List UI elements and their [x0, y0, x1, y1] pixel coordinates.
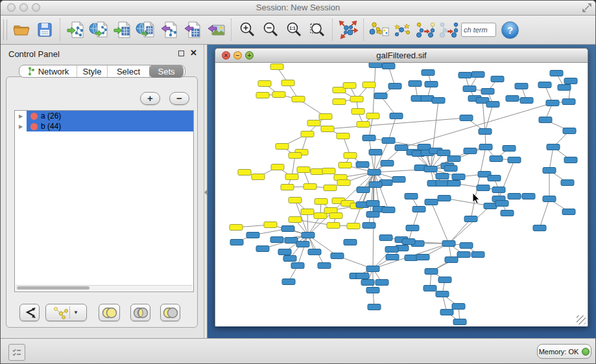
graph-node[interactable]: [347, 223, 360, 229]
graph-node[interactable]: [406, 225, 419, 231]
export-image-button[interactable]: [204, 18, 228, 41]
scrollbar-thumb[interactable]: [17, 286, 89, 290]
graph-node[interactable]: [477, 185, 490, 191]
dropdown-arrow-icon[interactable]: ▼: [71, 310, 81, 315]
tab-sets[interactable]: Sets: [149, 65, 184, 78]
graph-node[interactable]: [438, 196, 451, 201]
graph-node[interactable]: [418, 144, 431, 150]
zoom-selected-button[interactable]: [305, 18, 329, 41]
graph-node[interactable]: [479, 144, 492, 150]
split-set-button[interactable]: [19, 304, 40, 321]
task-history-button[interactable]: [8, 344, 25, 361]
graph-node[interactable]: [457, 252, 470, 258]
graph-node[interactable]: [281, 185, 294, 190]
graph-edge[interactable]: [444, 198, 490, 206]
graph-node[interactable]: [520, 98, 533, 104]
graph-node[interactable]: [459, 73, 471, 78]
graph-node[interactable]: [344, 240, 357, 245]
network-graph[interactable]: [215, 63, 588, 326]
graph-node[interactable]: [230, 225, 243, 231]
import-table-file-button[interactable]: [111, 18, 134, 41]
graph-node[interactable]: [432, 98, 445, 104]
graph-node[interactable]: [484, 203, 497, 209]
new-network-from-selection-button[interactable]: [414, 18, 438, 41]
graph-node[interactable]: [291, 263, 304, 269]
graph-node[interactable]: [356, 162, 369, 168]
graph-node[interactable]: [258, 81, 271, 87]
graph-edge[interactable]: [328, 118, 466, 129]
graph-node[interactable]: [503, 146, 516, 152]
graph-node[interactable]: [506, 96, 519, 102]
graph-node[interactable]: [395, 145, 408, 151]
select-from-file-button[interactable]: [368, 18, 391, 41]
tab-style[interactable]: Style: [77, 65, 108, 77]
graph-node[interactable]: [238, 170, 251, 176]
graph-node[interactable]: [436, 291, 449, 297]
graph-node[interactable]: [356, 273, 369, 279]
graph-node[interactable]: [308, 249, 321, 255]
zoom-in-button[interactable]: [235, 18, 259, 41]
graph-node[interactable]: [366, 288, 379, 293]
graph-node[interactable]: [289, 153, 302, 159]
graph-node[interactable]: [264, 222, 277, 228]
save-session-button[interactable]: [33, 18, 56, 41]
graph-node[interactable]: [382, 63, 395, 69]
difference-button[interactable]: [160, 304, 180, 321]
set-row[interactable]: ▶ a (26): [15, 111, 193, 121]
graph-node[interactable]: [366, 201, 379, 207]
graph-node[interactable]: [375, 280, 388, 286]
graph-edge[interactable]: [540, 199, 549, 228]
graph-node[interactable]: [464, 216, 477, 222]
graph-node[interactable]: [292, 97, 305, 102]
graph-node[interactable]: [425, 82, 438, 87]
graph-node[interactable]: [343, 83, 356, 89]
graph-node[interactable]: [270, 237, 283, 243]
graph-node[interactable]: [424, 166, 437, 172]
graph-edge[interactable]: [483, 100, 485, 131]
open-session-button[interactable]: [10, 18, 33, 41]
graph-edge[interactable]: [401, 103, 553, 148]
graph-node[interactable]: [368, 170, 381, 176]
help-button[interactable]: ?: [501, 21, 519, 39]
graph-node[interactable]: [368, 304, 381, 310]
export-network-button[interactable]: [158, 18, 181, 41]
graph-node[interactable]: [363, 135, 375, 141]
graph-node[interactable]: [492, 187, 505, 193]
graph-edge[interactable]: [431, 100, 438, 169]
graph-node[interactable]: [311, 169, 324, 175]
graph-node[interactable]: [331, 253, 344, 259]
graph-edge[interactable]: [471, 147, 486, 219]
graph-node[interactable]: [344, 153, 357, 159]
graph-node[interactable]: [319, 114, 332, 120]
expand-triangle-icon[interactable]: ▶: [15, 124, 27, 130]
graph-node[interactable]: [423, 286, 436, 291]
graph-node[interactable]: [369, 182, 382, 188]
graph-node[interactable]: [289, 198, 302, 203]
graph-node[interactable]: [282, 279, 295, 285]
new-network-all-edges-button[interactable]: [438, 18, 461, 41]
graph-node[interactable]: [405, 255, 418, 261]
network-view-window[interactable]: × − + galFiltered.sif: [215, 48, 588, 326]
graph-node[interactable]: [471, 72, 484, 78]
graph-node[interactable]: [318, 263, 331, 269]
graph-node[interactable]: [327, 223, 340, 229]
select-first-neighbors-button[interactable]: [391, 18, 414, 41]
graph-node[interactable]: [447, 181, 460, 187]
graph-node[interactable]: [304, 184, 316, 190]
graph-node[interactable]: [437, 150, 450, 156]
graph-node[interactable]: [388, 84, 401, 89]
graph-node[interactable]: [464, 148, 477, 154]
graph-node[interactable]: [361, 280, 374, 286]
graph-node[interactable]: [366, 266, 379, 272]
graph-node[interactable]: [479, 129, 492, 135]
graph-node[interactable]: [495, 201, 508, 207]
graph-node[interactable]: [550, 71, 563, 76]
graph-node[interactable]: [271, 165, 284, 170]
graph-node[interactable]: [490, 156, 503, 162]
graph-node[interactable]: [416, 255, 429, 260]
union-button[interactable]: [99, 304, 120, 321]
graph-node[interactable]: [363, 223, 375, 229]
graph-edge[interactable]: [307, 212, 308, 235]
import-network-web-button[interactable]: [88, 18, 111, 41]
intersection-button[interactable]: [130, 304, 150, 321]
